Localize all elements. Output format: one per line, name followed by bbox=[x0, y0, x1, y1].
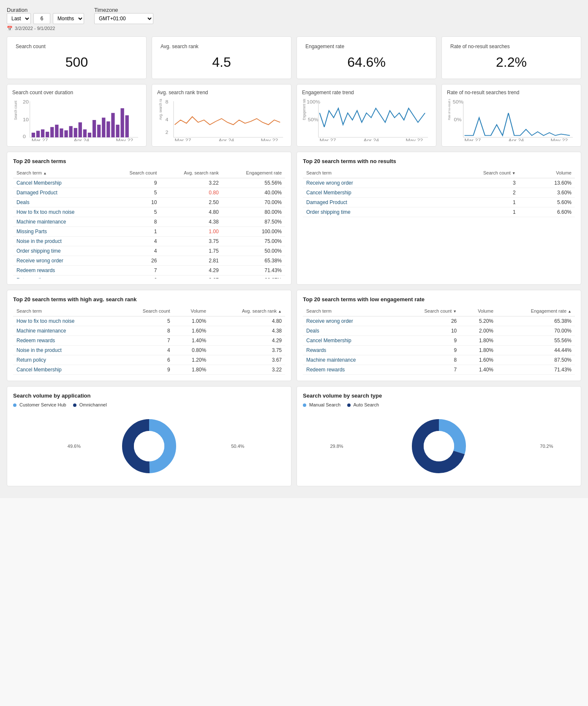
col-le-engagement[interactable]: Engagement rate ▲ bbox=[497, 307, 575, 316]
legend-label-hub: Customer Service Hub bbox=[19, 402, 66, 407]
col-le-term[interactable]: Search term bbox=[303, 307, 396, 316]
svg-text:0: 0 bbox=[23, 134, 26, 139]
svg-text:Engagement rate: Engagement rate bbox=[302, 99, 307, 120]
top20-no-results-title: Top 20 search terms with no results bbox=[303, 158, 575, 164]
svg-rect-8 bbox=[46, 132, 49, 137]
engagement-cell: 55.56% bbox=[222, 178, 285, 188]
filters-section: Duration Last Months Days Weeks 📅 3/2/20… bbox=[7, 7, 581, 31]
svg-rect-10 bbox=[55, 125, 58, 137]
volume-cell: 1.60% bbox=[174, 326, 210, 336]
top20-low-engagement-scroll[interactable]: Search term Search count ▼ Volume Engage… bbox=[303, 307, 575, 375]
stat-label-0: Search count bbox=[16, 44, 138, 49]
svg-rect-12 bbox=[64, 130, 68, 137]
col-hr-term[interactable]: Search term bbox=[13, 307, 118, 316]
high-low-tables-row: Top 20 search terms with high avg. searc… bbox=[7, 290, 581, 381]
col-engagement[interactable]: Engagement rate bbox=[222, 169, 285, 178]
volume-cell: 1.40% bbox=[460, 365, 497, 375]
timezone-select[interactable]: GMT+01:00 bbox=[94, 13, 153, 24]
count-cell: 26 bbox=[109, 256, 160, 266]
svg-rect-6 bbox=[36, 131, 40, 138]
count-cell: 7 bbox=[118, 336, 174, 346]
period-select[interactable]: Months Days Weeks bbox=[53, 13, 84, 24]
term-cell: Cancel Membership bbox=[303, 188, 427, 198]
count-cell: 8 bbox=[109, 217, 160, 227]
legend-omni: Omnichannel bbox=[73, 402, 107, 407]
rank-cell: 2.81 bbox=[160, 256, 222, 266]
count-cell: 8 bbox=[118, 326, 174, 336]
col-hr-count[interactable]: Search count bbox=[118, 307, 174, 316]
rank-cell: 4.38 bbox=[160, 217, 222, 227]
top20-no-results-table: Search term Search count ▼ Volume Receiv… bbox=[303, 169, 575, 217]
legend-label-auto: Auto Search bbox=[354, 402, 379, 407]
donut-app-area: 49.6% 50.4% bbox=[13, 412, 285, 480]
svg-rect-7 bbox=[41, 129, 44, 137]
timezone-label: Timezone bbox=[94, 7, 118, 13]
donut-app-legend: Customer Service Hub Omnichannel bbox=[13, 402, 285, 407]
trend-card-no-result: Rate of no-result searches trend 50% 0% … bbox=[441, 84, 581, 147]
engagement-cell: 65.38% bbox=[497, 316, 575, 326]
svg-rect-24 bbox=[120, 108, 124, 137]
legend-dot-hub bbox=[13, 403, 16, 407]
trend-card-avg-rank: Avg. search rank trend 8 4 2 Mar 27 Apr … bbox=[152, 84, 291, 147]
volume-cell: 1.60% bbox=[460, 355, 497, 365]
col-nr-volume[interactable]: Volume bbox=[519, 169, 575, 178]
donut-type-right-label: 70.2% bbox=[540, 444, 553, 449]
top20-high-rank-title: Top 20 search terms with high avg. searc… bbox=[13, 296, 285, 303]
svg-rect-11 bbox=[60, 128, 63, 137]
term-cell: Cancel Membership bbox=[13, 365, 118, 375]
svg-text:4: 4 bbox=[165, 117, 168, 122]
col-hr-rank[interactable]: Avg. search rank ▲ bbox=[210, 307, 285, 316]
top20-high-rank-scroll[interactable]: Search term Search count Volume Avg. sea… bbox=[13, 307, 285, 375]
donut-type-left-label: 29.8% bbox=[330, 444, 343, 449]
donut-application-card: Search volume by application Customer Se… bbox=[7, 386, 291, 486]
count-cell: 6 bbox=[109, 275, 160, 279]
table-row: Machine maintenance 8 1.60% 4.38 bbox=[13, 326, 285, 336]
col-le-count[interactable]: Search count ▼ bbox=[396, 307, 460, 316]
calendar-icon: 📅 bbox=[7, 26, 13, 31]
donut-type-title: Search volume by search type bbox=[303, 393, 575, 399]
col-search-term[interactable]: Search term ▲ bbox=[13, 169, 109, 178]
svg-text:Avg. search rank: Avg. search rank bbox=[158, 99, 163, 120]
rank-cell: 3.75 bbox=[160, 237, 222, 246]
top20-high-rank-card: Top 20 search terms with high avg. searc… bbox=[7, 290, 291, 381]
col-nr-count[interactable]: Search count ▼ bbox=[427, 169, 519, 178]
last-select[interactable]: Last bbox=[7, 13, 31, 24]
top20-no-results-scroll[interactable]: Search term Search count ▼ Volume Receiv… bbox=[303, 169, 575, 217]
count-cell: 26 bbox=[396, 316, 460, 326]
term-cell: Order shipping time bbox=[303, 207, 427, 217]
table-row: Rewards 9 1.80% 44.44% bbox=[303, 346, 575, 355]
term-cell: Receive wrong order bbox=[303, 316, 396, 326]
duration-label: Duration bbox=[7, 7, 27, 13]
col-nr-term[interactable]: Search term bbox=[303, 169, 427, 178]
term-cell: Redeem rewards bbox=[13, 336, 118, 346]
col-avg-rank[interactable]: Avg. search rank bbox=[160, 169, 222, 178]
donut-type-legend: Manual Search Auto Search bbox=[303, 402, 575, 407]
col-le-volume[interactable]: Volume bbox=[460, 307, 497, 316]
count-input[interactable] bbox=[33, 13, 50, 24]
col-hr-volume[interactable]: Volume bbox=[174, 307, 210, 316]
svg-rect-14 bbox=[74, 128, 77, 137]
count-cell: 9 bbox=[396, 336, 460, 346]
term-cell: Noise in the product bbox=[13, 237, 109, 246]
rank-cell: 3.75 bbox=[210, 346, 285, 355]
term-cell: Redeem rewards bbox=[13, 266, 109, 275]
stat-value-3: 2.2% bbox=[450, 55, 572, 70]
stat-label-1: Avg. search rank bbox=[161, 44, 283, 49]
count-cell: 10 bbox=[396, 326, 460, 336]
table-row: Deals 10 2.50 70.00% bbox=[13, 198, 285, 207]
duration-filter: Duration Last Months Days Weeks 📅 3/2/20… bbox=[7, 7, 84, 31]
legend-dot-auto bbox=[347, 403, 351, 407]
top20-terms-scroll[interactable]: Search term ▲ Search count Avg. search r… bbox=[13, 169, 285, 278]
donut-app-svg bbox=[120, 417, 179, 476]
rank-cell: 3.67 bbox=[160, 275, 222, 279]
col-search-count[interactable]: Search count bbox=[109, 169, 160, 178]
table-row: Redeem rewards 7 1.40% 4.29 bbox=[13, 336, 285, 346]
stat-value-1: 4.5 bbox=[161, 55, 283, 70]
top20-low-engagement-table: Search term Search count ▼ Volume Engage… bbox=[303, 307, 575, 375]
term-cell: Machine maintenance bbox=[13, 217, 109, 227]
trend-card-search-count: Search count over duration 20 10 0 bbox=[7, 84, 147, 147]
donut-app-right-label: 50.4% bbox=[231, 444, 244, 449]
term-cell: Redeem rewards bbox=[303, 365, 396, 375]
count-cell: 2 bbox=[427, 188, 519, 198]
top20-no-results-card: Top 20 search terms with no results Sear… bbox=[297, 152, 581, 285]
